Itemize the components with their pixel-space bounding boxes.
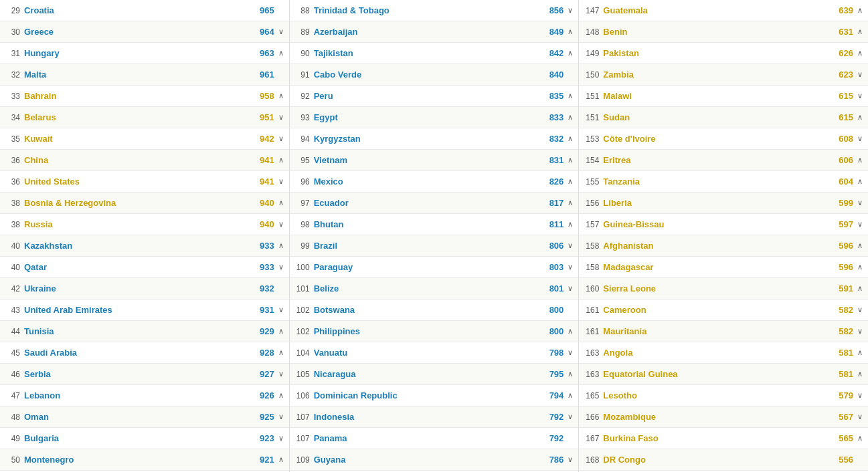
country-name[interactable]: Côte d'Ivoire <box>603 134 828 144</box>
table-row: 161Cameroon582∨ <box>579 300 868 321</box>
score-value: 639 <box>828 5 853 15</box>
country-name[interactable]: Bahrain <box>24 91 249 101</box>
rank-number: 30 <box>3 27 24 37</box>
column-1: 88Trinidad & Tobago856∨89Azerbaijan849∧9… <box>290 0 580 472</box>
country-name[interactable]: Vietnam <box>314 155 539 165</box>
country-name[interactable]: Ecuador <box>314 198 539 208</box>
country-name[interactable]: Guinea-Bissau <box>603 219 828 229</box>
score-value: 811 <box>538 219 563 229</box>
country-name[interactable]: Brazil <box>314 241 539 251</box>
country-name[interactable]: Kazakhstan <box>24 241 249 251</box>
country-name[interactable]: Burkina Faso <box>603 433 828 443</box>
country-name[interactable]: Kuwait <box>24 134 249 144</box>
country-name[interactable]: Botswana <box>314 305 539 315</box>
country-name[interactable]: Paraguay <box>314 262 539 272</box>
country-name[interactable]: Russia <box>24 219 249 229</box>
country-name[interactable]: Guyana <box>314 455 539 465</box>
trend-arrow: ∧ <box>565 220 576 229</box>
score-value: 933 <box>249 262 274 272</box>
country-name[interactable]: Trinidad & Tobago <box>314 5 539 15</box>
country-name[interactable]: Lesotho <box>603 390 828 400</box>
rank-number: 35 <box>3 134 24 144</box>
country-name[interactable]: Belize <box>314 283 539 293</box>
country-name[interactable]: China <box>24 155 249 165</box>
table-row: 88Trinidad & Tobago856∨ <box>290 0 579 21</box>
country-name[interactable]: Azerbaijan <box>314 27 539 37</box>
country-name[interactable]: Sudan <box>603 112 828 122</box>
country-name[interactable]: Lebanon <box>24 390 249 400</box>
table-row: 167Burkina Faso565∧ <box>579 428 868 449</box>
country-name[interactable]: Afghanistan <box>603 241 828 251</box>
score-value: 556 <box>828 455 853 465</box>
country-name[interactable]: Tanzania <box>603 176 828 187</box>
rank-number: 97 <box>292 199 314 208</box>
country-name[interactable]: Eritrea <box>603 155 828 165</box>
country-name[interactable]: Benin <box>603 27 828 37</box>
country-name[interactable]: Kyrgyzstan <box>314 134 539 144</box>
trend-arrow: ∧ <box>855 6 865 15</box>
country-name[interactable]: Dominican Republic <box>314 390 539 400</box>
country-name[interactable]: Saudi Arabia <box>24 348 249 358</box>
score-value: 832 <box>538 134 563 144</box>
country-name[interactable]: Malta <box>24 70 249 80</box>
rank-number: 109 <box>292 455 314 465</box>
country-name[interactable]: Ukraine <box>24 283 249 293</box>
country-name[interactable]: Serbia <box>24 369 249 379</box>
trend-arrow: ∧ <box>855 49 865 57</box>
table-row: 150Zambia623∨ <box>579 64 868 86</box>
rank-number: 106 <box>292 391 314 400</box>
country-name[interactable]: Mexico <box>314 176 539 187</box>
table-row: 101Belize801∨ <box>290 278 579 300</box>
country-name[interactable]: Madagascar <box>603 262 828 272</box>
country-name[interactable]: Tajikistan <box>314 48 539 58</box>
country-name[interactable]: United States <box>24 176 249 187</box>
trend-arrow: ∧ <box>855 284 865 293</box>
country-name[interactable]: Hungary <box>24 48 249 58</box>
rank-number: 33 <box>3 92 24 101</box>
country-name[interactable]: Equatorial Guinea <box>603 369 828 379</box>
trend-arrow: ∧ <box>855 434 865 443</box>
score-value: 963 <box>249 48 274 58</box>
country-name[interactable]: Greece <box>24 27 249 37</box>
country-name[interactable]: Bhutan <box>314 219 539 229</box>
trend-arrow: ∧ <box>276 391 286 400</box>
rank-number: 98 <box>292 220 314 229</box>
country-name[interactable]: United Arab Emirates <box>24 305 249 315</box>
country-name[interactable]: Angola <box>603 348 828 358</box>
country-name[interactable]: Sierra Leone <box>603 283 828 293</box>
country-name[interactable]: Vanuatu <box>314 348 539 358</box>
country-name[interactable]: Bosnia & Herzegovina <box>24 198 249 208</box>
country-name[interactable]: DR Congo <box>603 455 828 465</box>
country-name[interactable]: Liberia <box>603 198 828 208</box>
score-value: 800 <box>538 326 563 336</box>
country-name[interactable]: Croatia <box>24 5 249 15</box>
country-name[interactable]: Cabo Verde <box>314 70 539 80</box>
country-name[interactable]: Zambia <box>603 70 828 80</box>
country-name[interactable]: Peru <box>314 91 539 101</box>
trend-arrow: ∧ <box>276 49 286 57</box>
rank-number: 147 <box>582 6 603 15</box>
country-name[interactable]: Philippines <box>314 326 539 336</box>
rank-number: 150 <box>582 70 603 80</box>
trend-arrow: ∨ <box>565 412 576 421</box>
country-name[interactable]: Tunisia <box>24 326 249 336</box>
country-name[interactable]: Panama <box>314 433 539 443</box>
country-name[interactable]: Bulgaria <box>24 433 249 443</box>
country-name[interactable]: Pakistan <box>603 48 828 58</box>
country-name[interactable]: Nicaragua <box>314 369 539 379</box>
country-name[interactable]: Montenegro <box>24 455 249 465</box>
country-name[interactable]: Belarus <box>24 112 249 122</box>
score-value: 926 <box>249 390 274 400</box>
score-value: 826 <box>538 176 563 187</box>
country-name[interactable]: Indonesia <box>314 412 539 422</box>
country-name[interactable]: Guatemala <box>603 5 828 15</box>
country-name[interactable]: Oman <box>24 412 249 422</box>
country-name[interactable]: Malawi <box>603 91 828 101</box>
rank-number: 158 <box>582 241 603 251</box>
country-name[interactable]: Mauritania <box>603 326 828 336</box>
trend-arrow: ∧ <box>565 199 576 207</box>
country-name[interactable]: Qatar <box>24 262 249 272</box>
country-name[interactable]: Egypt <box>314 112 539 122</box>
country-name[interactable]: Mozambique <box>603 412 828 422</box>
country-name[interactable]: Cameroon <box>603 305 828 315</box>
